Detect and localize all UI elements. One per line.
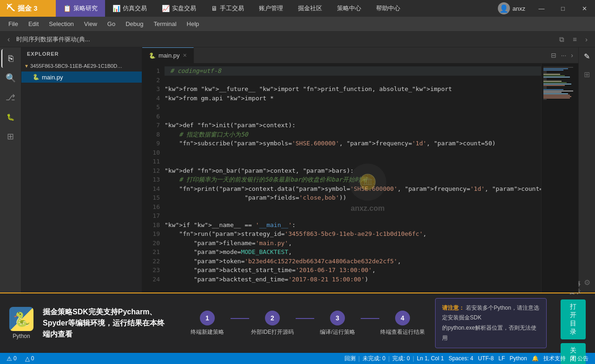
open-dir-button[interactable]: 打开目录 <box>561 299 586 339</box>
new-file-button[interactable]: ⧉ <box>556 34 567 45</box>
nav-tabs: 📋 策略研究 📊 仿真交易 📈 实盘交易 🖥 手工交易 账户管理 掘金社区 策略… <box>56 0 492 17</box>
menu-file[interactable]: File <box>4 19 23 29</box>
strategy-icon: 📋 <box>63 5 71 12</box>
manual-icon: 🖥 <box>211 5 218 12</box>
code-line-22: "param">backtest_start_time='2016-06-17 … <box>165 266 376 283</box>
warning-icon: △ <box>25 355 30 362</box>
step-2-label: 外部IDE打开源码 <box>251 328 294 336</box>
line-num-22: 22 <box>142 257 160 266</box>
code-line-18: "fn">run("param">strategy_id='3455f863-5… <box>165 230 427 283</box>
status-sep-3: | <box>413 355 414 362</box>
python-logo-icon: 🐍 <box>9 307 33 331</box>
sidebar-folder[interactable]: ▾ 3455F863-5BC9-11EB-AE29-1C1B0D10E6FC <box>21 60 142 72</box>
status-warnings[interactable]: △ 0 <box>23 355 36 362</box>
menu-edit[interactable]: Edit <box>24 19 43 29</box>
status-bell[interactable]: 🔔 <box>530 355 541 362</box>
close-button[interactable]: ✕ <box>574 0 595 17</box>
menu-debug[interactable]: Debug <box>121 19 148 29</box>
status-announce[interactable]: ⓪ 公告 <box>569 355 590 363</box>
status-complete-label: 完成: 0 <box>392 355 410 363</box>
announce-label: ⓪ 公告 <box>570 355 588 363</box>
tab-label: main.py <box>159 52 180 59</box>
nav-tab-simtrade-label: 仿真交易 <box>123 4 147 13</box>
line-num-21: 21 <box>142 247 160 257</box>
status-ln-col[interactable]: Ln 1, Col 1 <box>415 355 446 362</box>
tab-actions: ⊟ ··· › <box>546 50 578 60</box>
menu-help[interactable]: Help <box>182 19 204 29</box>
tab-close-icon[interactable]: ✕ <box>183 52 187 58</box>
minimap <box>541 64 578 292</box>
nav-tab-strategy-label: 策略研究 <box>73 4 98 13</box>
status-eol[interactable]: LF <box>496 355 507 362</box>
code-line-5: "kw">def "fn">init("param">context): # 指… <box>165 122 541 283</box>
code-line-16: "kw">if "kw">__name__ == '__main__': "fn… <box>165 221 427 283</box>
status-feedback[interactable]: 回测 <box>343 355 357 363</box>
promo-bar: 🐍 Python 掘金策略SDK完美支持Pycharm、Spyder等编辑环境，… <box>0 292 595 353</box>
code-line-6: "kw">def "fn">init("param">context): # 指… <box>165 122 541 283</box>
nav-tab-account[interactable]: 账户管理 <box>251 0 291 17</box>
username: anxz <box>513 5 525 12</box>
nav-tab-manual[interactable]: 🖥 手工交易 <box>204 0 251 17</box>
status-encoding-label: UTF-8 <box>478 355 494 362</box>
status-encoding[interactable]: UTF-8 <box>476 355 496 362</box>
nav-tab-simtrade[interactable]: 📊 仿真交易 <box>105 0 154 17</box>
line-num-8: 8 <box>142 130 160 139</box>
line-num-1: 1 <box>142 66 160 76</box>
sidebar: EXPLORER ▾ 3455F863-5BC9-11EB-AE29-1C1B0… <box>21 47 142 292</box>
sidebar-title: EXPLORER <box>21 47 142 60</box>
status-position: Ln 1, Col 1 <box>417 355 444 362</box>
nav-tab-livetrade-label: 实盘交易 <box>172 4 196 13</box>
code-content[interactable]: # coding=utf-8 "kw">from "kw">__future__… <box>165 64 541 292</box>
status-incomplete[interactable]: 未完成: 0 <box>361 355 387 363</box>
split-editor-button[interactable]: ⊟ <box>549 50 558 60</box>
nav-tab-livetrade[interactable]: 📈 实盘交易 <box>154 0 204 17</box>
more-actions-button[interactable]: ··· <box>560 50 568 60</box>
app-logo[interactable]: ⛏ 掘金 3 <box>0 0 56 17</box>
activity-git[interactable]: ⎇ <box>1 88 20 107</box>
line-num-20: 20 <box>142 239 160 248</box>
code-line-15: "kw">if "kw">__name__ == '__main__': "fn… <box>165 221 427 283</box>
right-edit-icon[interactable]: ✎ <box>582 50 592 63</box>
nav-tab-help[interactable]: 帮助中心 <box>369 0 408 17</box>
file-python-icon: 🐍 <box>33 74 40 80</box>
editor-area: 🐍 main.py ✕ ⊟ ··· › 1 2 3 4 5 6 7 8 9 10… <box>142 47 578 292</box>
nav-tab-stratcenter-label: 策略中心 <box>337 4 361 13</box>
status-bar: ⚠ 0 △ 0 回测 | 未完成: 0 | 完成: 0 | Ln 1, Col … <box>0 353 595 364</box>
promo-title-text: 掘金策略SDK完美支持Pycharm、Spyder等编辑环境，运行结果在本终端内… <box>43 306 165 340</box>
right-menu-icon[interactable]: ⊞ <box>582 68 592 81</box>
maximize-button[interactable]: □ <box>552 0 574 17</box>
settings-button[interactable]: ≡ <box>570 34 580 45</box>
nav-tab-stratcenter[interactable]: 策略中心 <box>330 0 369 17</box>
activity-explorer[interactable]: ⎘ <box>1 49 20 68</box>
simtrade-icon: 📊 <box>112 5 120 12</box>
status-incomplete-label: 未完成: 0 <box>363 355 385 363</box>
sidebar-file-main[interactable]: 🐍 main.py <box>21 72 142 83</box>
menu-go[interactable]: Go <box>103 19 120 29</box>
line-num-9: 9 <box>142 139 160 148</box>
status-support[interactable]: 技术支持 <box>542 355 568 363</box>
status-errors[interactable]: ⚠ 0 <box>5 355 19 362</box>
user-avatar: 👤 <box>498 2 510 14</box>
error-count: 0 <box>13 355 17 362</box>
menu-selection[interactable]: Selection <box>44 19 78 29</box>
status-sep-1: | <box>358 355 360 362</box>
expand-button[interactable]: › <box>582 34 590 45</box>
minimize-button[interactable]: — <box>531 0 552 17</box>
status-complete[interactable]: 完成: 0 <box>390 355 411 363</box>
user-area[interactable]: 👤 anxz <box>492 2 531 14</box>
line-num-6: 6 <box>142 112 160 121</box>
menu-view[interactable]: View <box>79 19 102 29</box>
code-editor[interactable]: 1 2 3 4 5 6 7 8 9 10 11 12 13 14 15 16 1… <box>142 64 578 292</box>
activity-debug[interactable]: 🐛 <box>1 108 20 126</box>
menu-terminal[interactable]: Terminal <box>149 19 181 29</box>
activity-extensions[interactable]: ⊞ <box>1 127 20 146</box>
editor-tab-main[interactable]: 🐍 main.py ✕ <box>142 47 194 64</box>
activity-search[interactable]: 🔍 <box>1 69 20 87</box>
code-line-21: "param">token='b23ed46c15272edb66347ca48… <box>165 258 401 283</box>
status-lang[interactable]: Python <box>508 355 529 362</box>
status-spaces[interactable]: Spaces: 4 <box>447 355 475 362</box>
tab-chevron-button[interactable]: › <box>569 50 575 60</box>
nav-tab-strategy[interactable]: 📋 策略研究 <box>56 0 105 17</box>
breadcrumb-back-button[interactable]: ‹ <box>5 34 13 45</box>
nav-tab-community[interactable]: 掘金社区 <box>291 0 330 17</box>
